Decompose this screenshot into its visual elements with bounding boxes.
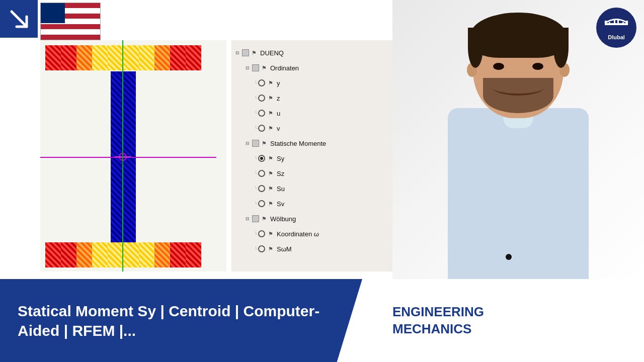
tree-row-u[interactable]: └ ⚑ u — [234, 106, 405, 121]
label-wolbung: Wölbung — [270, 215, 296, 223]
person-eye-left — [493, 63, 504, 70]
svg-rect-6 — [617, 20, 619, 25]
dlubal-logo: Dlubal — [596, 8, 636, 48]
radio-sv[interactable] — [258, 200, 265, 207]
label-y: y — [277, 79, 280, 87]
video-title-section: Statical Moment Sy | Centroid | Computer… — [0, 279, 362, 362]
tree-row-swm[interactable]: └ ⚑ SωM — [234, 241, 405, 256]
label-ordinaten: Ordinaten — [270, 64, 299, 72]
flag-icon-duenq: ⚑ — [250, 50, 258, 56]
tree-row-sz[interactable]: └ ⚑ Sz — [234, 166, 405, 181]
arrow-button[interactable] — [0, 0, 38, 38]
label-sz: Sz — [277, 170, 284, 177]
label-swm: SωM — [277, 245, 292, 253]
expand-icon-wolbung[interactable]: ⊟ — [244, 215, 251, 222]
svg-line-0 — [12, 12, 27, 27]
property-tree: ⊟ ⚑ DUENQ ⊟ ⚑ Ordinaten └ ⚑ y └ ⚑ z — [231, 40, 408, 272]
microphone-icon — [506, 254, 512, 260]
person-body — [448, 108, 589, 279]
flag-icon-su: ⚑ — [267, 186, 275, 192]
tree-row-sv[interactable]: └ ⚑ Sv — [234, 196, 405, 211]
person-figure — [418, 8, 619, 279]
category-label: ENGINEERING MECHANICS — [392, 304, 484, 338]
dlubal-brand-text: Dlubal — [608, 34, 625, 40]
label-sv: Sv — [277, 200, 284, 208]
flag-icon-swm: ⚑ — [267, 246, 275, 252]
svg-rect-5 — [614, 20, 615, 25]
checkbox-wolbung[interactable] — [252, 215, 259, 222]
person-hair-side-right — [553, 28, 569, 68]
person-hair — [470, 13, 566, 58]
label-u: u — [277, 110, 280, 117]
checkbox-ordinaten[interactable] — [252, 64, 259, 71]
tree-row-wolbung[interactable]: ⊟ ⚑ Wölbung — [234, 211, 405, 226]
presenter-photo: Dlubal — [392, 0, 644, 279]
flag-icon-sz: ⚑ — [267, 170, 275, 176]
label-stat-momente: Statische Momente — [270, 140, 326, 147]
svg-rect-7 — [622, 22, 624, 25]
flag-us — [40, 3, 101, 40]
flag-icon-y: ⚑ — [267, 80, 275, 86]
centroid-cross-v — [122, 149, 123, 165]
svg-rect-4 — [609, 22, 610, 25]
flag-icon-z: ⚑ — [267, 95, 275, 101]
label-v: v — [277, 125, 280, 132]
svg-rect-1 — [605, 23, 628, 25]
video-title: Statical Moment Sy | Centroid | Computer… — [18, 301, 345, 340]
flag-icon-wolbung: ⚑ — [260, 216, 268, 222]
flag-icon-u: ⚑ — [267, 110, 275, 116]
label-su: Su — [277, 185, 285, 193]
flag-icon-ordinaten: ⚑ — [260, 65, 268, 71]
flag-icon-sy: ⚑ — [267, 155, 275, 161]
flag-icon-koordinaten: ⚑ — [267, 231, 275, 237]
radio-v[interactable] — [258, 125, 265, 132]
radio-y[interactable] — [258, 79, 265, 86]
radio-swm[interactable] — [258, 245, 265, 252]
expand-icon-stat[interactable]: ⊟ — [244, 140, 251, 147]
tree-row-y[interactable]: └ ⚑ y — [234, 75, 405, 90]
radio-su[interactable] — [258, 185, 265, 192]
person-eye-right — [532, 63, 543, 70]
category-text: ENGINEERING MECHANICS — [392, 304, 484, 336]
expand-icon-ordinaten[interactable]: ⊟ — [244, 64, 251, 71]
flag-icon-sv: ⚑ — [267, 201, 275, 207]
radio-u[interactable] — [258, 110, 265, 117]
radio-koordinaten[interactable] — [258, 230, 265, 237]
person-beard — [483, 78, 553, 113]
category-section: ENGINEERING MECHANICS — [362, 279, 644, 362]
tree-row-ordinaten[interactable]: ⊟ ⚑ Ordinaten — [234, 60, 405, 75]
tree-row-z[interactable]: └ ⚑ z — [234, 90, 405, 106]
flag-icon-v: ⚑ — [267, 125, 275, 131]
radio-sy[interactable] — [258, 155, 265, 162]
tree-row-stat-momente[interactable]: ⊟ ⚑ Statische Momente — [234, 136, 405, 151]
label-duenq: DUENQ — [260, 49, 284, 57]
label-z: z — [277, 95, 280, 102]
checkbox-stat[interactable] — [252, 140, 259, 147]
person-head — [473, 13, 564, 118]
tree-row-su[interactable]: └ ⚑ Su — [234, 181, 405, 196]
radio-z[interactable] — [258, 95, 265, 102]
checkbox-duenq[interactable] — [242, 49, 249, 56]
tree-row-duenq[interactable]: ⊟ ⚑ DUENQ — [234, 45, 405, 60]
tree-row-v[interactable]: └ ⚑ v — [234, 121, 405, 136]
label-koordinaten: Koordinaten ω — [277, 230, 319, 238]
tree-row-sy[interactable]: └ ⚑ Sy — [234, 151, 405, 166]
flag-icon-stat: ⚑ — [260, 140, 268, 146]
person-hair-side-left — [468, 28, 483, 68]
expand-icon[interactable]: ⊟ — [234, 49, 241, 56]
ibeam-diagram — [40, 40, 226, 272]
label-sy: Sy — [277, 155, 284, 162]
radio-sz[interactable] — [258, 170, 265, 177]
bottom-bar: Statical Moment Sy | Centroid | Computer… — [0, 279, 644, 362]
main-content-area: ⊟ ⚑ DUENQ ⊟ ⚑ Ordinaten └ ⚑ y └ ⚑ z — [0, 0, 644, 279]
tree-row-koordinaten[interactable]: └ ⚑ Koordinaten ω — [234, 226, 405, 241]
